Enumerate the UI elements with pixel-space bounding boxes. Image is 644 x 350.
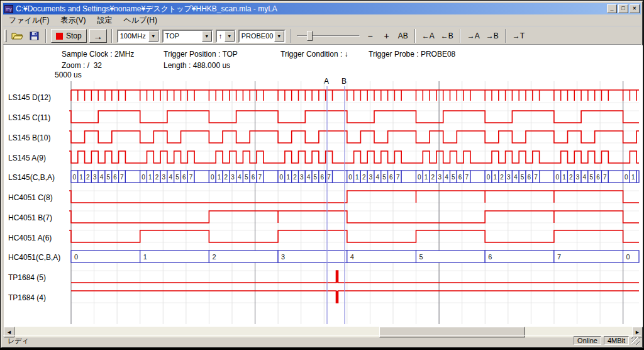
svg-text:7: 7 xyxy=(258,174,262,181)
svg-text:1: 1 xyxy=(218,174,221,181)
svg-text:2: 2 xyxy=(86,174,90,181)
svg-text:5: 5 xyxy=(107,174,111,181)
svg-text:6: 6 xyxy=(488,253,492,261)
svg-text:2: 2 xyxy=(500,174,504,181)
resize-grip-icon[interactable] xyxy=(631,337,640,345)
svg-text:6: 6 xyxy=(320,174,324,181)
status-memory-badge: 4MBit xyxy=(604,336,629,345)
svg-text:5: 5 xyxy=(452,174,455,181)
svg-text:5: 5 xyxy=(589,174,593,181)
svg-text:7: 7 xyxy=(396,174,400,181)
svg-text:5: 5 xyxy=(245,174,248,181)
svg-text:4: 4 xyxy=(445,174,448,181)
svg-text:1: 1 xyxy=(562,174,566,181)
svg-text:1: 1 xyxy=(355,174,359,181)
svg-text:3: 3 xyxy=(369,174,373,181)
svg-text:7: 7 xyxy=(327,174,331,181)
svg-text:3: 3 xyxy=(281,253,285,261)
svg-text:4: 4 xyxy=(350,253,354,261)
svg-text:1: 1 xyxy=(143,253,147,261)
svg-text:3: 3 xyxy=(576,174,580,181)
waveform-display[interactable]: 0123456701234567012345670123456701234567… xyxy=(2,2,644,350)
svg-text:2: 2 xyxy=(155,174,159,181)
svg-text:6: 6 xyxy=(182,174,186,181)
svg-text:4: 4 xyxy=(514,174,518,181)
svg-text:2: 2 xyxy=(569,174,573,181)
svg-text:1: 1 xyxy=(79,174,83,181)
svg-text:3: 3 xyxy=(438,174,441,181)
svg-text:1: 1 xyxy=(286,174,290,181)
svg-text:2: 2 xyxy=(212,253,216,261)
svg-text:1: 1 xyxy=(494,174,497,181)
svg-text:0: 0 xyxy=(142,174,145,181)
status-ready-text: レディ xyxy=(4,336,571,346)
svg-text:4: 4 xyxy=(583,174,587,181)
svg-text:4: 4 xyxy=(169,174,172,181)
svg-text:7: 7 xyxy=(557,253,561,261)
svg-text:3: 3 xyxy=(300,174,304,181)
svg-text:3: 3 xyxy=(93,174,97,181)
svg-text:0: 0 xyxy=(418,174,421,181)
svg-text:4: 4 xyxy=(100,174,104,181)
svg-text:3: 3 xyxy=(231,174,235,181)
svg-text:0: 0 xyxy=(348,174,352,181)
svg-text:3: 3 xyxy=(507,174,511,181)
svg-text:0: 0 xyxy=(211,174,214,181)
svg-text:6: 6 xyxy=(113,174,117,181)
svg-text:0: 0 xyxy=(487,174,491,181)
svg-text:1: 1 xyxy=(148,174,152,181)
svg-text:0: 0 xyxy=(74,253,78,261)
svg-text:4: 4 xyxy=(238,174,242,181)
svg-text:2: 2 xyxy=(293,174,297,181)
svg-text:0: 0 xyxy=(73,174,77,181)
svg-text:2: 2 xyxy=(225,174,228,181)
svg-text:0: 0 xyxy=(625,174,628,181)
svg-text:7: 7 xyxy=(120,174,124,181)
svg-text:7: 7 xyxy=(603,174,607,181)
svg-text:0: 0 xyxy=(626,253,630,261)
svg-text:1: 1 xyxy=(425,174,428,181)
svg-text:5: 5 xyxy=(419,253,423,261)
svg-text:6: 6 xyxy=(528,174,531,181)
svg-text:0: 0 xyxy=(555,174,559,181)
svg-text:7: 7 xyxy=(534,174,538,181)
svg-text:2: 2 xyxy=(431,174,435,181)
svg-text:6: 6 xyxy=(458,174,462,181)
svg-text:6: 6 xyxy=(389,174,393,181)
svg-text:6: 6 xyxy=(252,174,255,181)
svg-text:5: 5 xyxy=(521,174,525,181)
svg-text:7: 7 xyxy=(465,174,469,181)
svg-text:7: 7 xyxy=(189,174,193,181)
svg-text:3: 3 xyxy=(162,174,166,181)
svg-text:1: 1 xyxy=(631,174,635,181)
svg-text:2: 2 xyxy=(362,174,366,181)
svg-text:4: 4 xyxy=(307,174,311,181)
status-online-badge: Online xyxy=(574,336,601,345)
svg-text:5: 5 xyxy=(175,174,179,181)
svg-text:4: 4 xyxy=(376,174,380,181)
svg-text:6: 6 xyxy=(596,174,600,181)
svg-text:5: 5 xyxy=(314,174,318,181)
svg-text:0: 0 xyxy=(280,174,284,181)
status-bar: レディ Online 4MBit xyxy=(3,335,641,346)
app-window: my C:¥Documents and Settings¥noname¥デスクト… xyxy=(1,1,643,348)
svg-text:5: 5 xyxy=(382,174,386,181)
